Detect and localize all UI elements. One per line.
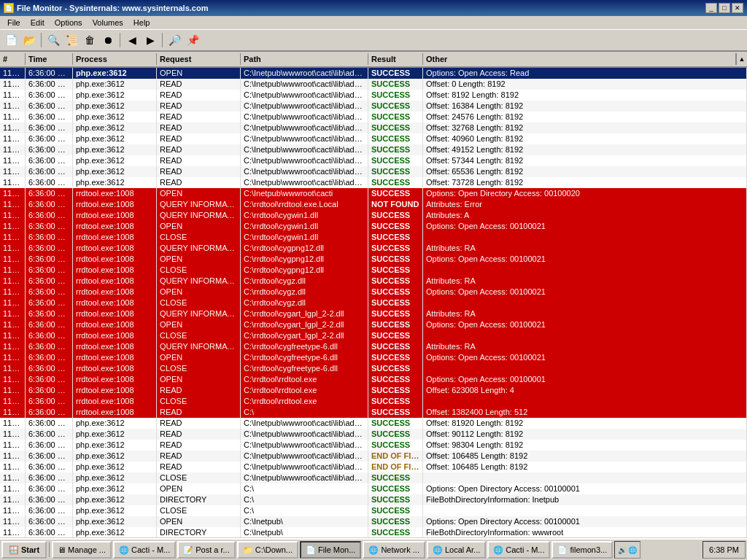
table-row[interactable]: 114... 6:36:00 PM php.exe:3612 DIRECTORY… [0,527,747,537]
table-row[interactable]: 114... 6:36:00 PM php.exe:3612 READ C:\I… [0,418,747,429]
taskbar-icon-local: 🌐 [433,545,443,555]
taskbar-item-manage[interactable]: 🖥 Manage ... [52,541,112,559]
table-row[interactable]: 114... 6:36:00 PM rrdtool.exe:1008 QUERY… [0,341,747,352]
taskbar-item-download[interactable]: 📁 C:\Down... [237,541,298,559]
cell-other: Options: Open Access: 00100021 [423,319,747,330]
col-header-other[interactable]: Other [423,53,736,65]
table-row[interactable]: 114... 6:36:00 PM php.exe:3612 READ C:\I… [0,112,747,122]
back-button[interactable]: ◀ [124,32,140,48]
table-row[interactable]: 114... 6:36:00 PM rrdtool.exe:1008 QUERY… [0,276,747,287]
table-row[interactable]: 114... 6:36:00 PM php.exe:3612 READ C:\I… [0,133,747,144]
col-header-num[interactable]: # [0,53,26,65]
minimize-button[interactable]: _ [705,3,717,13]
table-row[interactable]: 114... 6:36:00 PM rrdtool.exe:1008 OPEN … [0,254,747,265]
table-row[interactable]: 114... 6:36:00 PM rrdtool.exe:1008 CLOSE… [0,232,747,243]
find-button[interactable]: 🔎 [166,32,182,48]
cell-num: 114... [0,418,26,429]
table-row[interactable]: 114... 6:36:00 PM php.exe:3612 READ C:\I… [0,144,747,155]
cell-path: C:\Inetpub\wwwroot\cacti\lib\adodb\a... [241,133,368,144]
col-header-request[interactable]: Request [157,53,241,65]
forward-button[interactable]: ▶ [142,32,158,48]
table-row[interactable]: 114... 6:36:00 PM php.exe:3612 READ C:\I… [0,451,747,462]
table-row[interactable]: 114... 6:36:00 PM rrdtool.exe:1008 CLOSE… [0,396,747,407]
table-row[interactable]: 114... 6:36:00 PM php.exe:3612 CLOSE C:\… [0,472,747,483]
title-bar-controls[interactable]: _ □ ✕ [705,3,743,13]
title-bar: 📄 File Monitor - Sysinternals: www.sysin… [0,0,747,16]
table-row[interactable]: 114... 6:36:00 PM php.exe:3612 OPEN C:\ … [0,483,747,494]
table-row[interactable]: 114... 6:36:00 PM rrdtool.exe:1008 CLOSE… [0,330,747,341]
table-row[interactable]: 114... 6:36:00 PM php.exe:3612 DIRECTORY… [0,494,747,505]
cell-process: rrdtool.exe:1008 [73,221,157,232]
taskbar-item-local[interactable]: 🌐 Local Ar... [427,541,486,559]
table-row[interactable]: 114... 6:36:00 PM rrdtool.exe:1008 OPEN … [0,374,747,385]
table-row[interactable]: 114... 6:36:00 PM php.exe:3612 CLOSE C:\… [0,505,747,516]
table-row[interactable]: 114... 6:36:00 PM php.exe:3612 OPEN C:\I… [0,516,747,527]
table-row[interactable]: 114... 6:36:00 PM rrdtool.exe:1008 CLOSE… [0,363,747,374]
cell-num: 114... [0,374,26,385]
taskbar-icon-manage: 🖥 [58,545,66,554]
table-row[interactable]: 114... 6:36:00 PM rrdtool.exe:1008 OPEN … [0,188,747,199]
table-row[interactable]: 114... 6:36:00 PM rrdtool.exe:1008 READ … [0,385,747,396]
taskbar-item-filemon3[interactable]: 📄 filemon3... [551,541,613,559]
table-row[interactable]: 114... 6:36:00 PM php.exe:3612 READ C:\I… [0,177,747,188]
scroll-up-arrow[interactable]: ▲ [736,53,747,65]
menu-file[interactable]: File [3,18,25,28]
cell-process: php.exe:3612 [73,472,157,483]
cell-other: Options: Open Access: 00100021 [423,352,747,363]
table-row[interactable]: 114... 6:36:00 PM rrdtool.exe:1008 QUERY… [0,210,747,221]
table-row[interactable]: 114... 6:36:00 PM rrdtool.exe:1008 QUERY… [0,243,747,254]
table-row[interactable]: 114... 6:36:00 PM php.exe:3612 READ C:\I… [0,440,747,451]
menu-volumes[interactable]: Volumes [88,18,128,28]
highlight-button[interactable]: 📌 [185,32,201,48]
clear-button[interactable]: 🗑 [82,32,98,48]
autoscroll-button[interactable]: 📜 [63,32,80,48]
cell-num: 114... [0,265,26,276]
table-row[interactable]: 114... 6:36:00 PM rrdtool.exe:1008 READ … [0,407,747,418]
cell-result: END OF FILE [368,462,423,472]
table-row[interactable]: 114... 6:36:00 PM rrdtool.exe:1008 CLOSE… [0,265,747,276]
cell-other: Options: Open Directory Access: 00100020 [423,188,747,199]
cell-time: 6:36:00 PM [26,90,73,101]
close-button[interactable]: ✕ [732,3,743,13]
col-header-time[interactable]: Time [26,53,73,65]
table-row[interactable]: 114... 6:36:00 PM php.exe:3612 READ C:\I… [0,155,747,166]
table-row[interactable]: 114... 6:36:00 PM php.exe:3612 READ C:\I… [0,462,747,472]
taskbar-item-cacti2[interactable]: 🌐 Cacti - M... [487,541,550,559]
table-row[interactable]: 114... 6:36:00 PM php.exe:3612 READ C:\I… [0,79,747,90]
cell-time: 6:36:00 PM [26,112,73,122]
cell-path: C:\Inetpub\wwwroot\cacti\lib\adodb\a... [241,440,368,451]
table-row[interactable]: 114... 6:36:00 PM rrdtool.exe:1008 CLOSE… [0,298,747,308]
filter-button[interactable]: ⏺ [100,32,116,48]
col-header-result[interactable]: Result [368,53,423,65]
menu-edit[interactable]: Edit [26,18,49,28]
menu-help[interactable]: Help [129,18,155,28]
table-row[interactable]: 114... 6:36:00 PM php.exe:3612 READ C:\I… [0,166,747,177]
taskbar-item-filemon[interactable]: 📄 File Mon... [300,541,361,559]
table-row[interactable]: 114... 6:36:00 PM php.exe:3612 READ C:\I… [0,90,747,101]
maximize-button[interactable]: □ [719,3,730,13]
table-row[interactable]: 114... 6:36:00 PM php.exe:3612 READ C:\I… [0,101,747,112]
taskbar-item-post[interactable]: 📝 Post a r... [177,541,235,559]
table-row[interactable]: 114... 6:36:00 PM rrdtool.exe:1008 QUERY… [0,199,747,210]
table-row[interactable]: 114... 6:36:00 PM rrdtool.exe:1008 OPEN … [0,287,747,298]
col-header-process[interactable]: Process [73,53,157,65]
taskbar-item-network[interactable]: 🌐 Network ... [363,541,425,559]
table-row[interactable]: 114... 6:36:00 PM rrdtool.exe:1008 QUERY… [0,308,747,319]
start-button[interactable]: 🪟 Start [1,541,47,559]
new-button[interactable]: 📄 [3,32,19,48]
capture-button[interactable]: 🔍 [45,32,61,48]
table-row[interactable]: 114... 6:36:00 PM rrdtool.exe:1008 OPEN … [0,221,747,232]
open-button[interactable]: 📂 [21,32,37,48]
table-row[interactable]: 114... 6:36:00 PM rrdtool.exe:1008 OPEN … [0,319,747,330]
cell-request: READ [157,133,241,144]
cell-request: READ [157,451,241,462]
table-row[interactable]: 114... 6:36:00 PM php.exe:3612 READ C:\I… [0,429,747,440]
table-row[interactable]: 114... 6:36:00 PM php.exe:3612 READ C:\I… [0,122,747,133]
col-header-path[interactable]: Path [241,53,368,65]
menu-options[interactable]: Options [50,18,87,28]
table-row[interactable]: 114... 6:36:00 PM rrdtool.exe:1008 OPEN … [0,352,747,363]
table-row[interactable]: 114... 6:36:00 PM php.exe:3612 OPEN C:\I… [0,68,747,79]
taskbar-item-cacti1[interactable]: 🌐 Cacti - M... [113,541,176,559]
cell-num: 114... [0,166,26,177]
cell-result: SUCCESS [368,440,423,451]
